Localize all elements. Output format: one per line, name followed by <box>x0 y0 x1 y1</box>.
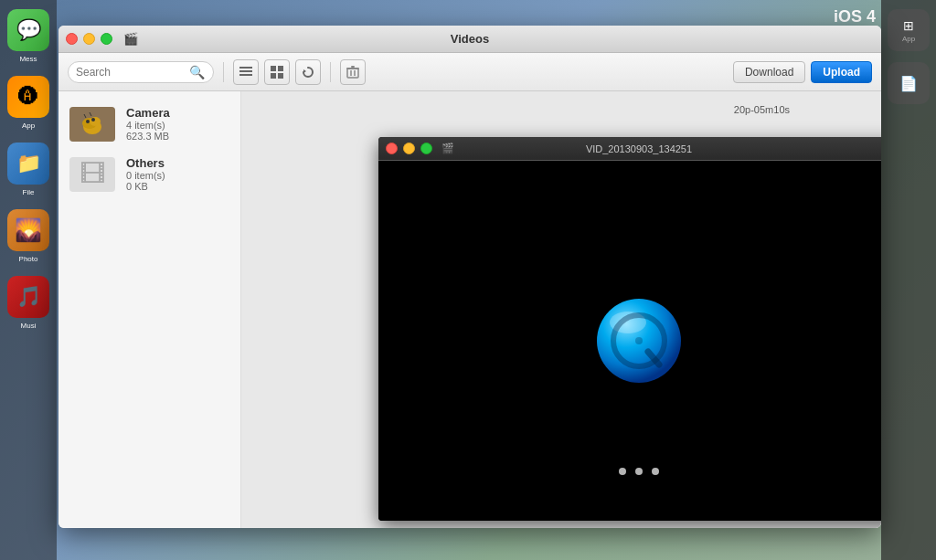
videos-title-icon: 🎬 <box>123 32 138 46</box>
right-panel: ⊞App 📄 <box>881 0 936 560</box>
video-player-window: 🎬 VID_20130903_134251 <box>378 137 881 521</box>
sidebar-photos-label: Photo <box>19 255 38 263</box>
svg-point-32 <box>91 118 95 122</box>
svg-rect-15 <box>239 70 252 72</box>
svg-rect-14 <box>239 67 252 69</box>
minimize-button[interactable] <box>83 33 95 45</box>
camera-size: 623.3 MB <box>126 131 170 142</box>
grid-view-button[interactable] <box>264 59 290 85</box>
svg-point-30 <box>90 117 101 126</box>
search-icon[interactable]: 🔍 <box>189 65 205 79</box>
sidebar-messages-icon[interactable]: 💬 <box>7 9 49 51</box>
delete-icon <box>346 66 359 79</box>
others-name: Others <box>126 156 165 170</box>
svg-rect-20 <box>278 73 283 79</box>
camera-count: 4 item(s) <box>126 120 170 131</box>
search-input[interactable] <box>76 66 186 79</box>
ios-version-label: iOS 4 <box>834 7 876 26</box>
others-thumbnail: 🎞 <box>69 157 115 192</box>
videos-title-text: Videos <box>451 32 489 46</box>
refresh-icon <box>302 66 314 79</box>
loading-dot-2 <box>635 468 643 475</box>
camera-info: Camera 4 item(s) 623.3 MB <box>126 106 170 142</box>
right-app-icon[interactable]: ⊞App <box>888 9 930 51</box>
sidebar-files-icon[interactable]: 📁 <box>7 143 49 185</box>
player-maximize-button[interactable] <box>420 143 432 154</box>
svg-point-39 <box>635 337 643 344</box>
loading-dot-1 <box>619 468 626 475</box>
search-box[interactable]: 🔍 <box>68 61 214 83</box>
close-button[interactable] <box>66 33 78 45</box>
film-icon: 🎞 <box>80 159 105 189</box>
player-title-text: VID_20130903_134251 <box>586 143 692 154</box>
svg-rect-24 <box>351 66 355 68</box>
category-list: Camera 4 item(s) 623.3 MB 🎞 Others 0 ite… <box>58 91 241 528</box>
videos-toolbar: 🔍 <box>58 53 881 91</box>
videos-title-bar: 🎬 Videos <box>58 26 881 53</box>
sidebar-appstore-icon[interactable]: 🅐 <box>7 76 49 118</box>
grid-view-icon <box>271 66 283 79</box>
category-item-others[interactable]: 🎞 Others 0 item(s) 0 KB <box>58 149 240 199</box>
svg-point-31 <box>86 120 90 123</box>
maximize-button[interactable] <box>101 33 112 45</box>
video-info-text: 20p-05m10s <box>734 104 790 115</box>
svg-rect-22 <box>347 69 358 78</box>
list-view-icon <box>239 66 252 79</box>
videos-window: 🎬 Videos 🔍 <box>58 26 881 528</box>
svg-rect-17 <box>271 66 276 71</box>
player-close-button[interactable] <box>386 143 398 154</box>
loading-dot-3 <box>652 468 659 475</box>
player-title-bar: 🎬 VID_20130903_134251 <box>378 137 881 161</box>
content-area: Camera 4 item(s) 623.3 MB 🎞 Others 0 ite… <box>58 91 881 528</box>
download-button[interactable]: Download <box>733 61 805 83</box>
svg-rect-19 <box>271 73 276 79</box>
sidebar-photos-icon[interactable]: 🌄 <box>7 209 49 251</box>
list-view-button[interactable] <box>233 59 259 85</box>
svg-rect-16 <box>239 74 252 76</box>
svg-rect-18 <box>278 66 283 71</box>
svg-rect-23 <box>346 68 359 69</box>
app-sidebar: 💬 Mess 🅐 App 📁 File 🌄 Photo 🎵 Musi <box>0 0 57 560</box>
sidebar-files-label: File <box>23 188 35 196</box>
upload-button[interactable]: Upload <box>811 61 872 83</box>
camera-thumbnail <box>69 107 115 142</box>
others-size: 0 KB <box>126 181 165 192</box>
player-title-icon: 🎬 <box>441 143 454 154</box>
right-doc-icon[interactable]: 📄 <box>888 62 930 104</box>
camera-thumb-image <box>69 107 115 142</box>
player-body <box>378 161 881 521</box>
refresh-button[interactable] <box>295 59 321 85</box>
delete-button[interactable] <box>340 59 366 85</box>
sidebar-music-icon[interactable]: 🎵 <box>7 276 49 318</box>
toolbar-separator-1 <box>223 62 224 82</box>
desktop: 💬 Mess 🅐 App 📁 File 🌄 Photo 🎵 Musi ⊞App … <box>0 0 936 560</box>
video-main-area: 20p-05m10s 🎬 VID_20130903_134251 <box>241 91 881 528</box>
loading-dots <box>619 468 659 475</box>
sidebar-music-label: Musi <box>21 322 37 330</box>
quicktime-logo <box>593 295 685 386</box>
category-item-camera[interactable]: Camera 4 item(s) 623.3 MB <box>58 99 240 149</box>
svg-marker-21 <box>303 69 306 73</box>
camera-name: Camera <box>126 106 170 120</box>
others-info: Others 0 item(s) 0 KB <box>126 156 165 192</box>
player-minimize-button[interactable] <box>403 143 415 154</box>
toolbar-separator-2 <box>330 62 331 82</box>
sidebar-appstore-label: App <box>22 122 35 130</box>
sidebar-messages-label: Mess <box>19 55 37 63</box>
others-count: 0 item(s) <box>126 170 165 181</box>
